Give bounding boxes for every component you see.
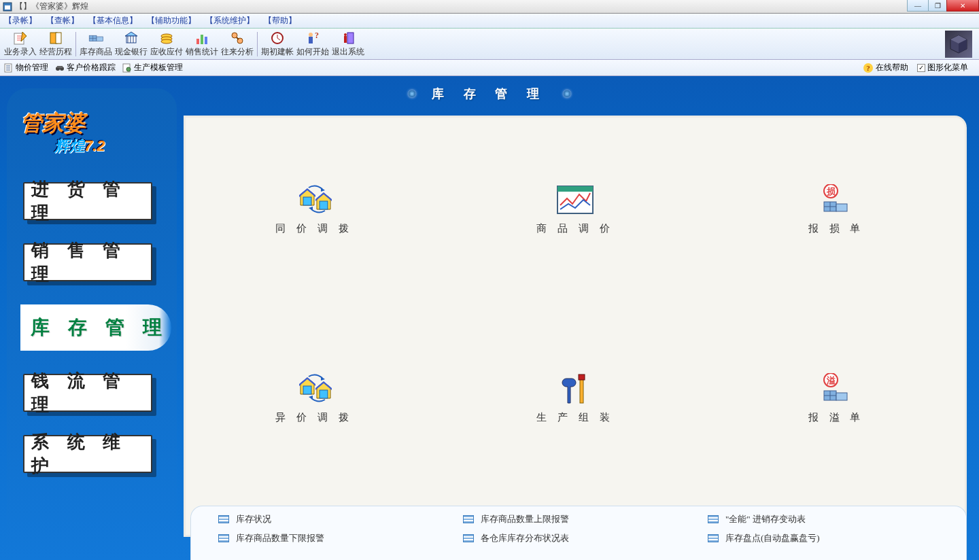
svg-rect-34 <box>57 66 63 68</box>
online-help-link[interactable]: ? 在线帮助 <box>863 62 908 73</box>
price-adjust-icon <box>556 184 594 217</box>
menu-basic[interactable]: 【基本信息】 <box>88 15 137 27</box>
tool-initial[interactable]: 期初建帐 <box>261 29 294 59</box>
nav-sysmaint[interactable]: 系 统 维 护 <box>23 435 152 473</box>
nav-sales[interactable]: 销 售 管 理 <box>23 243 152 281</box>
graphic-menu-toggle[interactable]: ✓ 图形化菜单 <box>915 62 968 73</box>
window-title: 【】《管家婆》辉煌 <box>15 1 976 12</box>
title-bar: 【】《管家婆》辉煌 — ❐ ✕ <box>0 0 979 14</box>
assembly-icon <box>556 373 594 406</box>
exit-icon <box>341 31 356 46</box>
svg-marker-38 <box>309 207 313 211</box>
question-person-icon: ? <box>305 31 320 46</box>
footer-reports: 库存状况 库存商品数量上限报警 "全能" 进销存变动表 库存商品数量下限报警 各… <box>190 506 967 560</box>
pencil-icon <box>13 31 28 46</box>
svg-point-26 <box>344 33 347 36</box>
cube-logo-icon <box>945 31 972 58</box>
close-button[interactable]: ✕ <box>946 0 979 12</box>
svg-marker-43 <box>321 377 325 381</box>
content-card: 同 价 调 拨 商 品 调 价 损 报 损 单 异 价 调 拨 <box>184 116 967 537</box>
svg-marker-44 <box>309 396 313 400</box>
tool-stock[interactable]: 库存商品 <box>80 29 112 59</box>
menu-query[interactable]: 【查帐】 <box>46 15 79 27</box>
table-icon <box>463 515 474 523</box>
footer-lower-alarm[interactable]: 库存商品数量下限报警 <box>218 532 449 544</box>
minimize-button[interactable]: — <box>907 0 929 12</box>
brand-logo: 管家婆 辉煌7.2 <box>20 109 170 170</box>
grid-assembly[interactable]: 生 产 组 装 <box>445 304 706 493</box>
exchange-icon <box>230 31 245 46</box>
binoculars-icon <box>55 63 65 73</box>
table-icon <box>463 534 474 542</box>
grid-diff-price-transfer[interactable]: 异 价 调 拨 <box>184 304 445 493</box>
transfer-same-icon <box>295 184 333 217</box>
table-icon <box>218 534 229 542</box>
menu-help[interactable]: 【帮助】 <box>264 15 296 27</box>
svg-rect-23 <box>309 37 313 43</box>
svg-rect-46 <box>579 374 585 380</box>
nav-purchase[interactable]: 进 货 管 理 <box>23 182 152 220</box>
checkbox-icon: ✓ <box>917 64 925 72</box>
footer-stock-status[interactable]: 库存状况 <box>218 513 449 525</box>
nav-cashflow[interactable]: 钱 流 管 理 <box>23 374 152 412</box>
sec-price-track[interactable]: 客户价格跟踪 <box>55 62 116 73</box>
footer-distribution[interactable]: 各仓库库存分布状况表 <box>463 532 694 544</box>
chart-icon <box>194 31 209 46</box>
bank-icon <box>124 31 139 46</box>
svg-rect-11 <box>56 33 61 43</box>
svg-text:溢: 溢 <box>826 375 836 385</box>
help-icon: ? <box>863 63 873 73</box>
box-icon <box>88 31 103 46</box>
menu-sysmaint[interactable]: 【系统维护】 <box>205 15 254 27</box>
overflow-sheet-icon: 溢 <box>817 373 855 406</box>
svg-text:损: 损 <box>826 186 836 196</box>
tool-salestat[interactable]: 销售统计 <box>186 29 218 59</box>
svg-point-22 <box>309 33 313 37</box>
svg-rect-25 <box>347 33 354 43</box>
footer-upper-alarm[interactable]: 库存商品数量上限报警 <box>463 513 694 525</box>
nav-inventory[interactable]: 库 存 管 理 <box>20 304 171 351</box>
tool-cash[interactable]: 现金银行 <box>115 29 148 59</box>
svg-rect-8 <box>5 5 10 10</box>
app-icon <box>3 2 12 12</box>
footer-all-change[interactable]: "全能" 进销存变动表 <box>708 513 939 525</box>
table-icon <box>218 515 229 523</box>
svg-marker-37 <box>321 188 325 192</box>
table-icon <box>708 515 719 523</box>
sec-price-mgmt[interactable]: 物价管理 <box>4 62 48 73</box>
sec-template-mgmt[interactable]: 生产模板管理 <box>122 62 183 73</box>
svg-rect-40 <box>557 186 593 192</box>
table-icon <box>708 534 719 542</box>
gear-doc-icon <box>122 63 132 73</box>
book-icon <box>48 31 63 46</box>
grid-same-price-transfer[interactable]: 同 价 调 拨 <box>184 116 445 304</box>
svg-rect-27 <box>344 36 347 43</box>
grid-overflow-sheet[interactable]: 溢 报 溢 单 <box>706 304 967 493</box>
svg-text:?: ? <box>315 31 319 40</box>
secondary-toolbar: 物价管理 客户价格跟踪 生产模板管理 ? 在线帮助 ✓ 图形化菜单 <box>0 60 979 76</box>
svg-rect-17 <box>201 35 203 44</box>
coins-icon <box>159 31 174 46</box>
grid-loss-sheet[interactable]: 损 报 损 单 <box>706 116 967 304</box>
svg-point-15 <box>161 39 172 43</box>
menu-record[interactable]: 【录帐】 <box>4 15 37 27</box>
tool-biz-entry[interactable]: 业务录入 <box>4 29 37 59</box>
footer-stocktake[interactable]: 库存盘点(自动盘赢盘亏) <box>708 532 939 544</box>
maximize-button[interactable]: ❐ <box>928 0 947 12</box>
tool-howto[interactable]: ?如何开始 <box>296 29 329 59</box>
transfer-diff-icon <box>295 373 333 406</box>
tool-receivable[interactable]: 应收应付 <box>150 29 183 59</box>
menu-assist[interactable]: 【辅助功能】 <box>147 15 196 27</box>
main-area: 库 存 管 理 管家婆 辉煌7.2 进 货 管 理 销 售 管 理 库 存 管 … <box>0 76 979 560</box>
tool-exit[interactable]: 退出系统 <box>332 29 364 59</box>
tool-history[interactable]: 经营历程 <box>39 29 72 59</box>
menu-bar: 【录帐】 【查帐】 【基本信息】 【辅助功能】 【系统维护】 【帮助】 <box>0 14 979 29</box>
grid-price-adjust[interactable]: 商 品 调 价 <box>445 116 706 304</box>
svg-point-19 <box>232 33 237 38</box>
toolbar-sep <box>257 32 258 56</box>
tool-exchange[interactable]: 往来分析 <box>221 29 254 59</box>
loss-sheet-icon: 损 <box>817 184 855 217</box>
page-title: 库 存 管 理 <box>392 86 587 102</box>
svg-rect-16 <box>196 39 199 44</box>
svg-point-36 <box>126 67 131 71</box>
